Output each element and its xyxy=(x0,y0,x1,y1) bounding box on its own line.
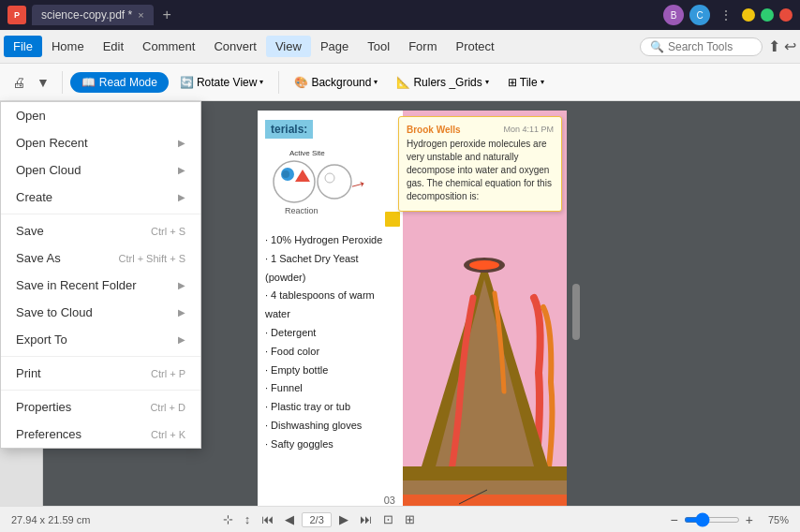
menu-create[interactable]: Create ▶ xyxy=(1,184,200,211)
bullet-item-9: · Dishwashing gloves xyxy=(265,417,395,436)
save-as-shortcut: Ctrl + Shift + S xyxy=(118,253,185,264)
help-icon[interactable]: ↩ xyxy=(784,37,796,55)
read-mode-button[interactable]: 📖 Read Mode xyxy=(70,72,169,93)
scroll-area-right xyxy=(567,111,585,506)
search-icon: 🔍 xyxy=(650,40,664,53)
menu-convert[interactable]: Convert xyxy=(204,36,266,57)
menu-form[interactable]: Form xyxy=(399,36,446,57)
open-recent-arrow: ▶ xyxy=(178,138,185,148)
annotation-popup: Brook Wells Mon 4:11 PM Hydrogen peroxid… xyxy=(398,116,562,212)
save-recent-label: Save in Recent Folder xyxy=(16,278,137,292)
nav-next-btn[interactable]: ▶ xyxy=(335,510,352,528)
preferences-shortcut: Ctrl + K xyxy=(151,429,185,440)
tab-add-button[interactable]: + xyxy=(159,7,175,23)
menu-save-as[interactable]: Save As Ctrl + Shift + S xyxy=(1,244,200,272)
menu-save-recent-folder[interactable]: Save in Recent Folder ▶ xyxy=(1,272,200,299)
collab-icon[interactable]: C xyxy=(689,5,710,25)
menu-protect[interactable]: Protect xyxy=(446,36,503,57)
sticky-note-icon[interactable] xyxy=(385,212,400,227)
nav-controls: ⊹ ↕ ⏮ ◀ 2/3 ▶ ⏭ ⊡ ⊞ xyxy=(219,510,420,528)
materials-list: · 10% Hydrogen Peroxide · 1 Sachet Dry Y… xyxy=(265,231,395,454)
menu-file[interactable]: File xyxy=(4,36,42,57)
rotate-icon: 🔄 xyxy=(180,76,194,89)
page-dimensions: 27.94 x 21.59 cm xyxy=(11,514,90,525)
annotation-date: Mon 4:11 PM xyxy=(503,125,554,135)
menu-tool[interactable]: Tool xyxy=(358,36,399,57)
more-icon[interactable]: ⋮ xyxy=(716,7,736,22)
rotate-label: Rotate View xyxy=(197,76,257,89)
search-input[interactable] xyxy=(668,40,752,53)
page-current: 2 xyxy=(309,514,315,525)
menu-comment[interactable]: Comment xyxy=(133,36,204,57)
menu-open[interactable]: Open xyxy=(1,102,200,129)
nav-last-btn[interactable]: ⏭ xyxy=(356,510,376,528)
background-icon: 🎨 xyxy=(294,76,308,89)
bullet-item-7: · Funnel xyxy=(265,379,395,398)
svg-text:Active Site: Active Site xyxy=(289,149,325,157)
menu-edit[interactable]: Edit xyxy=(94,36,133,57)
svg-point-22 xyxy=(282,170,289,178)
preferences-label: Preferences xyxy=(16,427,81,441)
menu-open-recent[interactable]: Open Recent ▶ xyxy=(1,129,200,156)
share-icon[interactable]: ⬆ xyxy=(768,37,780,55)
page-indicator: 2/3 xyxy=(302,512,332,527)
minimize-button[interactable] xyxy=(742,8,755,22)
menu-view[interactable]: View xyxy=(266,36,311,57)
bullet-item-3: · 4 tablespoons of warm water xyxy=(265,287,395,324)
menu-export-to[interactable]: Export To ▶ xyxy=(1,326,200,353)
properties-shortcut: Ctrl + D xyxy=(150,402,185,413)
menu-save-cloud[interactable]: Save to Cloud ▶ xyxy=(1,299,200,326)
svg-text:4400°c: 4400°c xyxy=(407,505,437,506)
materials-title: terials: xyxy=(265,120,313,139)
scroll-indicator[interactable] xyxy=(572,284,580,340)
save-shortcut: Ctrl + S xyxy=(151,226,185,237)
bullet-item-8: · Plastic tray or tub xyxy=(265,398,395,417)
tile-dropdown[interactable]: ⊞ Tile ▾ xyxy=(500,73,552,92)
reaction-diagram: Active Site xyxy=(261,146,402,221)
reaction-diagram-area: Active Site xyxy=(261,146,392,224)
menu-print[interactable]: Print Ctrl + P xyxy=(1,360,200,387)
bullet-item-2: · 1 Sachet Dry Yeast (powder) xyxy=(265,250,395,288)
nav-full-btn[interactable]: ⊞ xyxy=(401,510,419,528)
bullet-item-4: · Detergent xyxy=(265,324,395,343)
print-shortcut: Ctrl + P xyxy=(151,368,185,379)
zoom-slider[interactable] xyxy=(684,517,740,523)
menu-save[interactable]: Save Ctrl + S xyxy=(1,217,200,244)
maximize-button[interactable] xyxy=(761,8,774,22)
nav-first-btn[interactable]: ⏮ xyxy=(258,510,277,528)
toolbar-scan-btn[interactable]: 🖨 xyxy=(7,72,30,93)
menu-home[interactable]: Home xyxy=(42,36,94,57)
menu-preferences[interactable]: Preferences Ctrl + K xyxy=(1,421,200,448)
rulers-grids-dropdown[interactable]: 📐 Rulers _Grids ▾ xyxy=(389,73,496,92)
file-dropdown-menu: Open Open Recent ▶ Open Cloud ▶ Create ▶… xyxy=(0,101,201,449)
toolbar-select-btn[interactable]: ▼ xyxy=(32,72,54,93)
zoom-out-btn[interactable]: − xyxy=(669,510,680,529)
save-label: Save xyxy=(16,224,44,238)
tile-caret: ▾ xyxy=(541,78,544,86)
menu-open-cloud[interactable]: Open Cloud ▶ xyxy=(1,156,200,184)
nav-hand-btn[interactable]: ↕ xyxy=(241,510,255,528)
menu-properties[interactable]: Properties Ctrl + D xyxy=(1,393,200,421)
print-label: Print xyxy=(16,366,41,380)
annotation-author: Brook Wells xyxy=(407,125,461,135)
rotate-caret: ▾ xyxy=(259,78,263,86)
nav-prev-btn[interactable]: ◀ xyxy=(281,510,298,528)
app-icon: P xyxy=(7,6,26,24)
tile-label: Tile xyxy=(520,76,538,89)
close-button[interactable] xyxy=(779,8,793,22)
tab-close-icon[interactable]: × xyxy=(138,9,143,21)
rulers-label: Rulers _Grids xyxy=(413,76,481,89)
rotate-view-dropdown[interactable]: 🔄 Rotate View ▾ xyxy=(172,73,271,92)
bullet-item-10: · Safty goggles xyxy=(265,436,395,454)
create-arrow: ▶ xyxy=(178,192,185,202)
profile-icon[interactable]: B xyxy=(663,5,684,25)
create-label: Create xyxy=(16,190,52,204)
nav-fit-btn[interactable]: ⊡ xyxy=(379,510,397,528)
tab[interactable]: science-copy.pdf * × xyxy=(32,5,154,25)
svg-point-11 xyxy=(469,260,499,270)
background-dropdown[interactable]: 🎨 Background ▾ xyxy=(287,73,385,92)
menu-page[interactable]: Page xyxy=(311,36,358,57)
nav-cursor-btn[interactable]: ⊹ xyxy=(219,510,237,528)
toolbar-icons-group[interactable]: 🖨 ▼ xyxy=(7,72,54,93)
zoom-in-btn[interactable]: + xyxy=(744,510,755,529)
